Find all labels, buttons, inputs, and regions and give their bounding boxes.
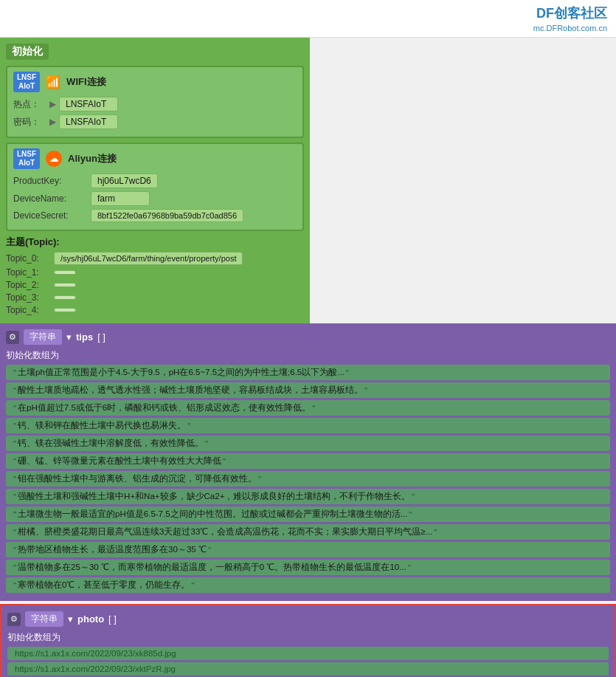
device-name-row: DeviceName: farm bbox=[13, 191, 297, 206]
topic-2-value[interactable] bbox=[54, 283, 76, 287]
wifi-password-row: 密码： ▶ LNSFAIoT bbox=[13, 114, 297, 129]
tips-var-name: tips bbox=[76, 331, 93, 343]
brand-rest: 创客社区 bbox=[554, 6, 607, 21]
gear-icon-photo: ⚙ bbox=[7, 613, 21, 626]
topic-1-row: Topic_1: bbox=[6, 267, 304, 278]
tips-item-9: 柑橘、脐橙类盛花期日最高气温连续3天超过33℃，会造成高温伤花，花而不实；果实膨… bbox=[6, 524, 610, 540]
device-secret-value[interactable]: 8bf1522fe0a67968b9ba59db7c0ad856 bbox=[91, 209, 243, 222]
tips-init-label: 初始化数组为 bbox=[6, 349, 610, 362]
tips-list: 土壤ph值正常范围是小于4.5-大于9.5，pH在6.5~7.5之间的为中性土壤… bbox=[6, 365, 610, 593]
topic-4-label: Topic_4: bbox=[6, 305, 54, 315]
tips-item-8: 土壤微生物一般最适宜的pH值是6.5-7.5之间的中性范围。过酸或过碱都会严重抑… bbox=[6, 506, 610, 522]
photo-init-label: 初始化数组为 bbox=[7, 631, 609, 644]
tips-item-1: 酸性土壤质地疏松，透气透水性强；碱性土壤质地坚硬，容易板结成块，土壤容易板结。 bbox=[6, 382, 610, 398]
wifi-label: WIFI连接 bbox=[66, 75, 105, 89]
tips-type-badge: 字符串 bbox=[24, 329, 62, 345]
tips-array-section: ⚙ 字符串 ▾ tips [ ] 初始化数组为 土壤ph值正常范围是小于4.5-… bbox=[0, 323, 616, 601]
device-secret-label: DeviceSecret: bbox=[13, 210, 91, 221]
topic-section-title: 主题(Topic): bbox=[6, 236, 304, 249]
photo-var-name: photo bbox=[77, 614, 104, 625]
photo-list: https://s1.ax1x.com/2022/09/23/xk885d.jp… bbox=[7, 647, 609, 677]
header: DF创客社区 mc.DFRobot.com.cn bbox=[0, 0, 616, 38]
tips-brackets: [ ] bbox=[97, 331, 105, 343]
wifi-icon: 📶 bbox=[46, 75, 60, 89]
tips-item-7: 强酸性土壤和强碱性土壤中H+和Na+较多，缺少Ca2+，难以形成良好的土壤结构，… bbox=[6, 489, 610, 504]
topic-1-label: Topic_1: bbox=[6, 267, 54, 278]
topic-3-row: Topic_3: bbox=[6, 292, 304, 303]
topic-4-value[interactable] bbox=[54, 308, 76, 312]
photo-item-1: https://s1.ax1x.com/2022/09/23/xktPzR.jp… bbox=[7, 662, 609, 676]
photo-array-section: ⚙ 字符串 ▾ photo [ ] 初始化数组为 https://s1.ax1x… bbox=[0, 604, 616, 677]
device-name-label: DeviceName: bbox=[13, 193, 91, 204]
arrow-icon: ▶ bbox=[49, 99, 56, 109]
hotspot-label: 热点： bbox=[13, 98, 46, 111]
arrow-icon-2: ▶ bbox=[49, 117, 56, 127]
tips-item-2: 在pH值超过7.5或低于6时，磷酸和钙或铁、铝形成迟效态，使有效性降低。 bbox=[6, 400, 610, 416]
topic-0-row: Topic_0: /sys/hj06uL7wcD6/farm/thing/eve… bbox=[6, 252, 304, 265]
aliyun-label: Aliyun连接 bbox=[68, 152, 117, 165]
tips-item-4: 钙、镁在强碱性土壤中溶解度低，有效性降低。 bbox=[6, 436, 610, 451]
lnsf-aliyun-badge: LNSF AIoT bbox=[13, 148, 40, 169]
topic-0-label: Topic_0: bbox=[6, 253, 54, 264]
photo-array-header: ⚙ 字符串 ▾ photo [ ] bbox=[7, 611, 609, 627]
lnsf-wifi-badge: LNSF AIoT bbox=[13, 72, 40, 92]
topic-2-row: Topic_2: bbox=[6, 280, 304, 290]
topic-2-label: Topic_2: bbox=[6, 280, 54, 290]
wifi-block: LNSF AIoT 📶 WIFI连接 热点： ▶ LNSFAIoT 密码： ▶ … bbox=[6, 66, 304, 138]
product-key-label: ProductKey: bbox=[13, 176, 91, 186]
password-value[interactable]: LNSFAIoT bbox=[59, 114, 118, 129]
wifi-hotspot-row: 热点： ▶ LNSFAIoT bbox=[13, 97, 297, 111]
topic-3-label: Topic_3: bbox=[6, 292, 54, 303]
photo-item-0: https://s1.ax1x.com/2022/09/23/xk885d.jp… bbox=[7, 647, 609, 660]
topic-1-value[interactable] bbox=[54, 270, 76, 275]
photo-type-badge: 字符串 bbox=[25, 611, 63, 627]
device-name-value[interactable]: farm bbox=[91, 191, 150, 206]
tips-item-6: 钼在强酸性土壤中与游离铁、铝生成的沉淀，可降低有效性。 bbox=[6, 471, 610, 487]
init-title: 初始化 bbox=[6, 44, 49, 60]
tips-item-10: 热带地区植物生长，最适温度范围多在30～35 ℃ bbox=[6, 542, 610, 557]
brand-df: DF bbox=[536, 6, 554, 21]
device-secret-row: DeviceSecret: 8bf1522fe0a67968b9ba59db7c… bbox=[13, 209, 297, 222]
tips-array-header: ⚙ 字符串 ▾ tips [ ] bbox=[6, 329, 610, 345]
password-label: 密码： bbox=[13, 116, 46, 128]
tips-item-12: 寒带植物在0℃，甚至低于零度，仍能生存。 bbox=[6, 577, 610, 593]
hotspot-value[interactable]: LNSFAIoT bbox=[59, 97, 118, 111]
tips-item-0: 土壤ph值正常范围是小于4.5-大于9.5，pH在6.5~7.5之间的为中性土壤… bbox=[6, 365, 610, 380]
topic-0-value[interactable]: /sys/hj06uL7wcD6/farm/thing/event/proper… bbox=[54, 252, 243, 265]
tips-item-5: 硼、锰、锌等微量元素在酸性土壤中有效性大大降低 bbox=[6, 453, 610, 469]
tips-item-3: 钙、镁和钾在酸性土壤中易代换也易淋失。 bbox=[6, 418, 610, 433]
photo-brackets: [ ] bbox=[108, 614, 117, 625]
brand-logo: DF创客社区 bbox=[533, 4, 607, 22]
brand-url: mc.DFRobot.com.cn bbox=[533, 24, 607, 32]
topic-4-row: Topic_4: bbox=[6, 305, 304, 315]
tips-item-11: 温带植物多在25～30 ℃，而寒带植物的最适温度，一般稍高于0 ℃。热带植物生长… bbox=[6, 560, 610, 575]
init-section: 初始化 LNSF AIoT 📶 WIFI连接 热点： ▶ LNSFAIoT 密码… bbox=[0, 38, 310, 323]
topic-3-value[interactable] bbox=[54, 295, 76, 300]
gear-icon: ⚙ bbox=[6, 331, 19, 344]
product-key-row: ProductKey: hj06uL7wcD6 bbox=[13, 173, 297, 188]
aliyun-block: LNSF AIoT ☁ Aliyun连接 ProductKey: hj06uL7… bbox=[6, 142, 304, 231]
aliyun-cloud-icon: ☁ bbox=[46, 151, 62, 167]
product-key-value[interactable]: hj06uL7wcD6 bbox=[91, 173, 158, 188]
